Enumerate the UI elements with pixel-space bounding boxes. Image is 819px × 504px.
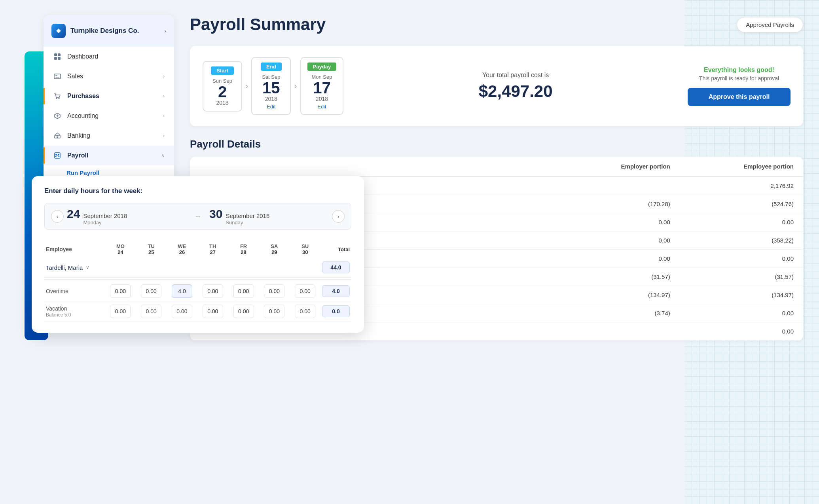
- col-thu: TH 27: [197, 241, 228, 258]
- vacation-wed-input[interactable]: [172, 305, 192, 318]
- approved-payrolls-button[interactable]: Approved Payrolls: [737, 17, 803, 32]
- row-employer-4: 0.00: [558, 250, 680, 268]
- week-start-day-name: Monday: [83, 220, 127, 225]
- svg-rect-10: [55, 153, 60, 158]
- cost-amount: $2,497.20: [355, 82, 676, 101]
- row-employer-8: [558, 322, 680, 341]
- approval-section: Everything looks good! This payroll is r…: [688, 66, 791, 106]
- week-start-day: 24: [67, 207, 80, 221]
- company-header[interactable]: Turnpike Designs Co. ›: [44, 15, 174, 47]
- col-fri-num: 28: [230, 249, 258, 255]
- week-start-info: 24 September 2018 Monday: [67, 207, 186, 225]
- payroll-chevron-icon: ∧: [161, 153, 165, 158]
- col-sun: SU 30: [290, 241, 320, 258]
- sidebar-item-sales[interactable]: Sales ›: [44, 66, 174, 86]
- vacation-fri-input[interactable]: [233, 305, 254, 318]
- week-end-month-year: September 2018: [226, 212, 269, 219]
- row-employee-5: (31.57): [680, 268, 803, 286]
- overtime-thu-input[interactable]: [203, 284, 223, 298]
- sidebar-item-accounting[interactable]: Accounting ›: [44, 106, 174, 126]
- svg-rect-5: [54, 74, 61, 79]
- accounting-icon: [53, 112, 62, 120]
- vacation-total: 0.0: [322, 305, 350, 317]
- employee-row: Tardelli, Maria ∨ 44.0: [44, 258, 351, 278]
- col-mon-num: 24: [107, 249, 135, 255]
- details-section-title: Payroll Details: [190, 138, 803, 150]
- row-employer-7: (3.74): [558, 304, 680, 322]
- sidebar-label-dashboard: Dashboard: [67, 53, 165, 60]
- svg-rect-4: [58, 57, 61, 60]
- overtime-mon-input[interactable]: [110, 284, 131, 298]
- row-employer-5: (31.57): [558, 268, 680, 286]
- overtime-fri-input[interactable]: [233, 284, 254, 298]
- divider-row: [44, 278, 351, 282]
- vacation-tue-input[interactable]: [141, 305, 161, 318]
- sales-icon: [53, 72, 62, 81]
- vacation-thu-input[interactable]: [203, 305, 223, 318]
- row-employee-6: (134.97): [680, 286, 803, 304]
- week-prev-button[interactable]: ‹: [51, 210, 64, 223]
- overtime-tue-input[interactable]: [141, 284, 161, 298]
- row-employee-gross: 2,176.92: [680, 176, 803, 195]
- week-next-button[interactable]: ›: [332, 210, 345, 223]
- row-employer-2: 0.00: [558, 213, 680, 231]
- row-employee-3: (358.22): [680, 231, 803, 250]
- col-tue-num: 25: [137, 249, 165, 255]
- end-edit-link[interactable]: Edit: [258, 104, 284, 110]
- col-tue: TU 25: [136, 241, 167, 258]
- row-employer-3: 0.00: [558, 231, 680, 250]
- row-employer-6: (134.97): [558, 286, 680, 304]
- employee-total: 44.0: [322, 261, 350, 273]
- expand-icon[interactable]: ∨: [86, 265, 89, 270]
- col-total: Total: [320, 241, 351, 258]
- cost-label: Your total payroll cost is: [355, 72, 676, 79]
- col-mon: MO 24: [105, 241, 136, 258]
- period-arrow-2: ›: [294, 81, 297, 91]
- payday-edit-link[interactable]: Edit: [307, 104, 337, 110]
- overtime-sat-input[interactable]: [264, 284, 284, 298]
- sidebar-item-banking[interactable]: Banking ›: [44, 126, 174, 146]
- overtime-wed-input[interactable]: [172, 284, 192, 298]
- sidebar-item-dashboard[interactable]: Dashboard: [44, 47, 174, 66]
- vacation-sun-input[interactable]: [295, 305, 315, 318]
- sidebar-item-payroll[interactable]: Payroll ∧: [44, 146, 174, 165]
- period-arrow-1: ›: [245, 81, 248, 91]
- end-day: 15: [258, 80, 284, 96]
- col-sun-abbr: SU: [301, 243, 309, 249]
- vacation-row: Vacation Balance 5.0: [44, 301, 351, 322]
- sidebar-label-accounting: Accounting: [67, 112, 163, 119]
- col-sun-num: 30: [291, 249, 319, 255]
- col-sat-abbr: SA: [271, 243, 278, 249]
- period-start-box: Start Sun Sep 2 2018: [203, 61, 242, 112]
- modal-title: Enter daily hours for the week:: [44, 187, 351, 195]
- row-employee-7: 0.00: [680, 304, 803, 322]
- hours-table-header: Employee MO 24 TU 25 WE 26 TH 27: [44, 241, 351, 258]
- sidebar-item-purchases[interactable]: Purchases ›: [44, 86, 174, 106]
- svg-rect-2: [58, 53, 61, 56]
- employee-name: Tardelli, Maria ∨: [46, 264, 104, 271]
- sidebar-label-sales: Sales: [67, 73, 163, 80]
- period-dates: Start Sun Sep 2 2018 › End Sat Sep 15 20…: [203, 57, 343, 115]
- period-end-box: End Sat Sep 15 2018 Edit: [251, 57, 291, 115]
- details-col-employer: Employer portion: [558, 157, 680, 176]
- payroll-period-card: Start Sun Sep 2 2018 › End Sat Sep 15 20…: [190, 46, 803, 126]
- sales-chevron-icon: ›: [163, 74, 165, 79]
- col-sat: SA 29: [259, 241, 290, 258]
- col-thu-abbr: TH: [209, 243, 216, 249]
- overtime-sun-input[interactable]: [295, 284, 315, 298]
- accounting-chevron-icon: ›: [163, 113, 165, 119]
- banking-chevron-icon: ›: [163, 133, 165, 138]
- week-end-day-name: Sunday: [226, 220, 269, 225]
- sidebar-label-banking: Banking: [67, 132, 163, 139]
- approval-sub-text: This payroll is ready for approval: [688, 75, 791, 81]
- vacation-label: Vacation: [46, 305, 67, 312]
- end-year: 2018: [258, 96, 284, 102]
- row-employee-2: 0.00: [680, 213, 803, 231]
- vacation-mon-input[interactable]: [110, 305, 131, 318]
- overtime-row: Overtime: [44, 281, 351, 301]
- daily-hours-modal: Enter daily hours for the week: ‹ 24 Sep…: [32, 176, 364, 333]
- week-end-day: 30: [209, 207, 222, 221]
- col-mon-abbr: MO: [116, 243, 125, 249]
- vacation-sat-input[interactable]: [264, 305, 284, 318]
- approve-payroll-button[interactable]: Approve this payroll: [688, 88, 791, 106]
